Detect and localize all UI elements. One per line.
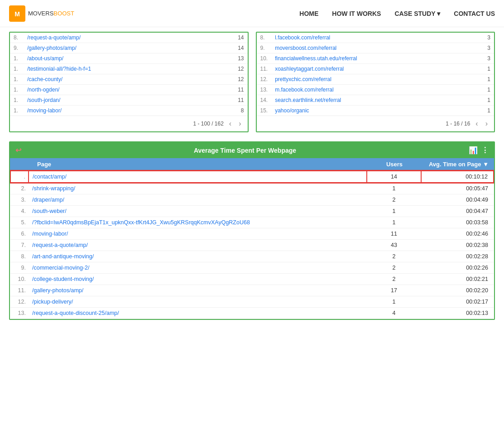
row-users: 43 bbox=[367, 240, 421, 251]
table-row: 15. yahoo/organic 1 bbox=[257, 106, 494, 116]
row-page[interactable]: /?fbclid=IwAR0qdmsBpEjaT1x_upknQxx-tfKrt… bbox=[29, 217, 367, 228]
row-page[interactable]: /request-a-quote-discount-25/amp/ bbox=[29, 308, 367, 319]
table-row: 11. xoashleytaggart.com/referral 1 bbox=[257, 64, 494, 74]
navigation: M MOVERSBOOST HOME HOW IT WORKS CASE STU… bbox=[0, 0, 504, 27]
row-page[interactable]: /north-ogden/ bbox=[24, 85, 230, 95]
table-row: 11. /gallery-photos/amp/ 17 00:02:20 bbox=[10, 285, 494, 296]
row-val: 1 bbox=[476, 106, 494, 116]
table-row: 10. /college-student-moving/ 2 00:02:21 bbox=[10, 274, 494, 285]
avg-table-container: ↩ Average Time Spent Per Webpage 📊 ⋮ Pag… bbox=[9, 141, 495, 320]
row-time: 00:05:47 bbox=[421, 183, 494, 194]
avg-col-headers: Page Users Avg. Time on Page ▼ bbox=[10, 158, 494, 170]
row-page[interactable]: l.facebook.com/referral bbox=[271, 33, 476, 43]
row-num: 4. bbox=[10, 206, 29, 217]
row-page[interactable]: /commercial-moving-2/ bbox=[29, 262, 367, 274]
table-row: 12. prettyxchic.com/referral 1 bbox=[257, 74, 494, 85]
row-val: 11 bbox=[230, 85, 248, 95]
table-row: 13. m.facebook.com/referral 1 bbox=[257, 85, 494, 95]
left-prev-btn[interactable]: ‹ bbox=[227, 119, 233, 129]
row-page[interactable]: /pickup-delivery/ bbox=[29, 296, 367, 308]
row-page[interactable]: search.earthlink.net/referral bbox=[271, 95, 476, 106]
left-pagination: 1 - 100 / 162 bbox=[193, 121, 223, 127]
table-row: 1. /north-ogden/ 11 bbox=[10, 85, 248, 95]
row-page[interactable]: /contact/amp/ bbox=[29, 171, 367, 183]
row-val: 3 bbox=[476, 53, 494, 64]
row-page[interactable]: /gallery-photos/amp/ bbox=[29, 285, 367, 296]
row-num: 11. bbox=[257, 64, 272, 74]
row-num: 5. bbox=[10, 217, 29, 228]
table-row: 1. /testimonial-all/?hide-h-f=1 12 bbox=[10, 64, 248, 74]
row-page[interactable]: moversboost.com/referral bbox=[271, 43, 476, 53]
right-prev-btn[interactable]: ‹ bbox=[474, 119, 480, 129]
chart-icon[interactable]: 📊 bbox=[469, 146, 478, 155]
row-time: 00:02:20 bbox=[421, 285, 494, 296]
table-row: 13. /request-a-quote-discount-25/amp/ 4 … bbox=[10, 308, 494, 319]
row-page[interactable]: /request-a-quote/amp/ bbox=[24, 33, 230, 43]
row-val: 13 bbox=[230, 53, 248, 64]
logo-text: MOVERSBOOST bbox=[28, 10, 74, 17]
row-page[interactable]: /moving-labor/ bbox=[29, 228, 367, 240]
row-page[interactable]: yahoo/organic bbox=[271, 106, 476, 116]
row-users: 1 bbox=[367, 296, 421, 308]
row-time: 00:02:17 bbox=[421, 296, 494, 308]
row-page[interactable]: /art-and-antique-moving/ bbox=[29, 251, 367, 262]
row-page[interactable]: /moving-labor/ bbox=[24, 106, 230, 116]
col-page-header[interactable]: Page bbox=[33, 161, 367, 168]
left-next-btn[interactable]: › bbox=[237, 119, 243, 129]
row-time: 00:02:28 bbox=[421, 251, 494, 262]
row-page[interactable]: /college-student-moving/ bbox=[29, 274, 367, 285]
row-page[interactable]: /cache-county/ bbox=[24, 74, 230, 85]
nav-contact-us[interactable]: CONTACT US bbox=[454, 10, 495, 17]
row-page[interactable]: /draper/amp/ bbox=[29, 194, 367, 206]
table-row: 12. /pickup-delivery/ 1 00:02:17 bbox=[10, 296, 494, 308]
table-row: 14. search.earthlink.net/referral 1 bbox=[257, 95, 494, 106]
row-num: 1. bbox=[10, 53, 24, 64]
left-table-footer: 1 - 100 / 162 ‹ › bbox=[10, 116, 248, 131]
row-num: . bbox=[10, 171, 29, 183]
row-page[interactable]: /south-jordan/ bbox=[24, 95, 230, 106]
row-num: 1. bbox=[10, 74, 24, 85]
avg-table-header: ↩ Average Time Spent Per Webpage 📊 ⋮ bbox=[10, 142, 494, 158]
row-page[interactable]: prettyxchic.com/referral bbox=[271, 74, 476, 85]
row-users: 1 bbox=[367, 206, 421, 217]
row-users: 4 bbox=[367, 308, 421, 319]
col-users-header[interactable]: Users bbox=[367, 161, 422, 168]
right-table-box: 8. l.facebook.com/referral 3 9. moversbo… bbox=[256, 32, 495, 132]
table-row: 7. /request-a-quote/amp/ 43 00:02:38 bbox=[10, 240, 494, 251]
row-page[interactable]: /gallery-photos/amp/ bbox=[24, 43, 230, 53]
nav-case-study[interactable]: CASE STUDY ▾ bbox=[394, 10, 440, 17]
row-time: 00:02:46 bbox=[421, 228, 494, 240]
row-page[interactable]: /request-a-quote/amp/ bbox=[29, 240, 367, 251]
table-row: 1. /moving-labor/ 8 bbox=[10, 106, 248, 116]
row-num: 3. bbox=[10, 194, 29, 206]
row-num: 1. bbox=[10, 95, 24, 106]
row-page[interactable]: m.facebook.com/referral bbox=[271, 85, 476, 95]
nav-home[interactable]: HOME bbox=[299, 10, 318, 17]
right-pagination: 1 - 16 / 16 bbox=[446, 121, 470, 127]
nav-how-it-works[interactable]: HOW IT WORKS bbox=[332, 10, 381, 17]
svg-text:M: M bbox=[14, 10, 20, 18]
col-time-header[interactable]: Avg. Time on Page ▼ bbox=[422, 161, 494, 168]
row-num: 8. bbox=[10, 33, 24, 43]
row-page[interactable]: /testimonial-all/?hide-h-f=1 bbox=[24, 64, 230, 74]
row-page[interactable]: xoashleytaggart.com/referral bbox=[271, 64, 476, 74]
row-num: 9. bbox=[257, 43, 272, 53]
table-row: 4. /south-weber/ 1 00:04:47 bbox=[10, 206, 494, 217]
back-icon[interactable]: ↩ bbox=[15, 146, 21, 155]
row-time: 00:02:13 bbox=[421, 308, 494, 319]
right-next-btn[interactable]: › bbox=[484, 119, 490, 129]
row-val: 3 bbox=[476, 43, 494, 53]
table-row: . /contact/amp/ 14 00:10:12 bbox=[10, 171, 494, 183]
row-time: 00:03:58 bbox=[421, 217, 494, 228]
row-page[interactable]: /about-us/amp/ bbox=[24, 53, 230, 64]
table-row: 3. /draper/amp/ 2 00:04:49 bbox=[10, 194, 494, 206]
row-val: 1 bbox=[476, 74, 494, 85]
row-val: 3 bbox=[476, 33, 494, 43]
menu-icon[interactable]: ⋮ bbox=[481, 146, 489, 155]
row-page[interactable]: financialwellness.utah.edu/referral bbox=[271, 53, 476, 64]
row-val: 1 bbox=[476, 85, 494, 95]
row-num: 8. bbox=[10, 251, 29, 262]
row-page[interactable]: /south-weber/ bbox=[29, 206, 367, 217]
table-row: 6. /moving-labor/ 11 00:02:46 bbox=[10, 228, 494, 240]
row-page[interactable]: /shrink-wrapping/ bbox=[29, 183, 367, 194]
